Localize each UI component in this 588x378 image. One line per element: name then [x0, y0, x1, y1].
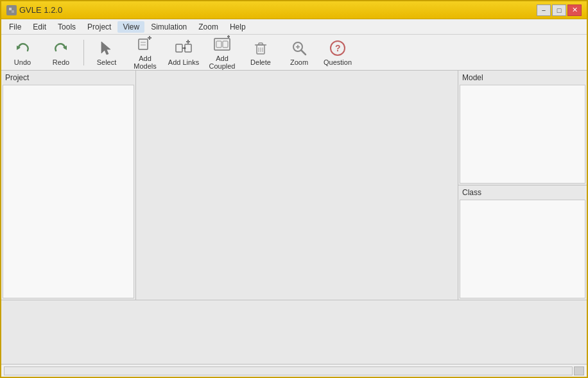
svg-rect-17: [214, 39, 230, 50]
svg-rect-2: [12, 10, 14, 13]
main-window: GVLE 1.2.0 − □ ✕ File Edit Tools Project…: [0, 0, 588, 378]
undo-label: Undo: [14, 58, 31, 66]
minimize-button[interactable]: −: [537, 4, 551, 16]
select-button[interactable]: Select: [88, 37, 125, 69]
svg-text:?: ?: [335, 43, 341, 53]
add-coupled-icon: [213, 35, 231, 53]
class-panel-content[interactable]: [460, 200, 585, 298]
add-models-icon: [136, 35, 154, 53]
model-panel-label: Model: [458, 71, 587, 85]
add-coupled-button[interactable]: Add Coupled: [203, 37, 241, 69]
add-models-button[interactable]: Add Models: [126, 37, 164, 69]
svg-rect-19: [223, 41, 228, 47]
menu-help[interactable]: Help: [225, 21, 251, 33]
project-panel-label: Project: [1, 71, 135, 85]
menu-zoom[interactable]: Zoom: [193, 21, 223, 33]
menu-project[interactable]: Project: [82, 21, 116, 33]
svg-line-29: [301, 50, 306, 55]
add-links-icon: [175, 39, 193, 57]
question-label: Question: [324, 58, 352, 66]
class-panel: Class: [458, 185, 587, 300]
canvas-area[interactable]: [136, 71, 458, 300]
question-icon: ?: [329, 39, 347, 57]
select-label: Select: [97, 58, 117, 66]
add-coupled-label: Add Coupled: [204, 55, 240, 70]
title-bar-left: GVLE 1.2.0: [6, 5, 62, 15]
toolbar: Undo Redo Select: [1, 35, 587, 71]
menu-edit[interactable]: Edit: [28, 21, 51, 33]
undo-button[interactable]: Undo: [4, 37, 41, 69]
project-panel: Project: [1, 71, 136, 300]
main-content: Project Model Class: [1, 71, 587, 300]
delete-label: Delete: [250, 58, 271, 66]
menu-file[interactable]: File: [4, 21, 26, 33]
svg-rect-1: [9, 8, 12, 10]
zoom-icon: [290, 39, 308, 57]
zoom-label: Zoom: [290, 58, 308, 66]
delete-icon: [252, 39, 270, 57]
svg-rect-11: [176, 44, 182, 52]
window-controls: − □ ✕: [537, 4, 582, 16]
add-links-button[interactable]: Add Links: [165, 37, 202, 69]
menu-bar: File Edit Tools Project View Simulation …: [1, 19, 587, 35]
right-panel: Model Class: [458, 71, 587, 300]
redo-icon: [52, 39, 70, 57]
close-button[interactable]: ✕: [567, 4, 582, 16]
svg-rect-6: [139, 39, 148, 49]
svg-rect-24: [259, 43, 263, 45]
add-links-label: Add Links: [168, 58, 199, 66]
toolbar-separator-1: [83, 40, 84, 65]
svg-marker-5: [101, 42, 110, 55]
bottom-panel: [1, 300, 587, 364]
title-bar: GVLE 1.2.0 − □ ✕: [1, 1, 587, 19]
redo-label: Redo: [53, 58, 69, 66]
add-models-label: Add Models: [127, 55, 163, 70]
project-panel-content[interactable]: [3, 85, 134, 298]
undo-icon: [13, 39, 31, 57]
class-panel-label: Class: [458, 185, 587, 200]
status-bar-scroll[interactable]: [574, 366, 584, 375]
maximize-button[interactable]: □: [552, 4, 566, 16]
menu-tools[interactable]: Tools: [53, 21, 81, 33]
status-bar-content: [4, 366, 573, 375]
select-icon: [98, 39, 116, 57]
redo-button[interactable]: Redo: [42, 37, 80, 69]
svg-rect-18: [216, 41, 221, 47]
menu-view[interactable]: View: [117, 21, 144, 33]
menu-simulation[interactable]: Simulation: [146, 21, 192, 33]
zoom-button[interactable]: Zoom: [281, 37, 318, 69]
model-panel: Model: [458, 71, 587, 185]
window-title: GVLE 1.2.0: [19, 5, 62, 15]
app-icon: [6, 5, 17, 15]
model-panel-content[interactable]: [460, 85, 585, 184]
delete-button[interactable]: Delete: [242, 37, 279, 69]
question-button[interactable]: ? Question: [319, 37, 356, 69]
status-bar: [1, 364, 587, 377]
